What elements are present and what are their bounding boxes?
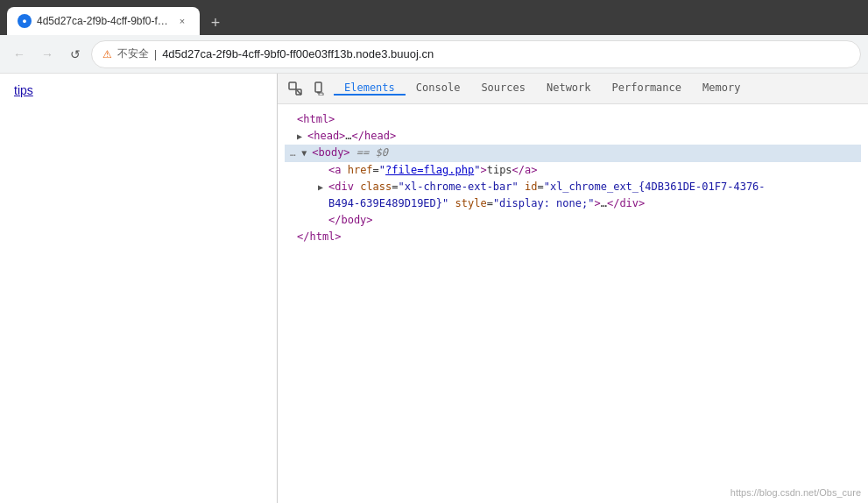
favicon-icon: ● bbox=[22, 17, 26, 25]
tab-memory-label: Memory bbox=[702, 81, 740, 94]
devtools-content: <html> <head>…</head> … <body> == $0 bbox=[278, 104, 868, 503]
dom-div-ext[interactable]: <div class="xl-chrome-ext-bar" id="xl_ch… bbox=[285, 179, 861, 195]
mobile-toggle-button[interactable] bbox=[309, 78, 330, 99]
devtools-toolbar: Elements Console Sources Network Perform… bbox=[278, 74, 868, 104]
tab-area: ● 4d5d27ca-2f9b-4cff-9bf0-ff00 × + bbox=[7, 0, 228, 35]
devtools-tabs: Elements Console Sources Network Perform… bbox=[334, 81, 861, 96]
tab-sources[interactable]: Sources bbox=[470, 81, 536, 96]
active-tab[interactable]: ● 4d5d27ca-2f9b-4cff-9bf0-ff00 × bbox=[7, 7, 200, 35]
title-bar: ● 4d5d27ca-2f9b-4cff-9bf0-ff00 × + bbox=[0, 0, 868, 35]
tab-favicon: ● bbox=[18, 14, 32, 28]
dom-tree: <html> <head>…</head> … <body> == $0 bbox=[278, 108, 868, 250]
url-display: 4d5d27ca-2f9b-4cff-9bf0-ff00e03ff13b.nod… bbox=[162, 47, 434, 60]
dom-anchor[interactable]: <a href="?file=flag.php">tips</a> bbox=[285, 162, 861, 179]
page-content: tips bbox=[0, 74, 277, 503]
dom-body-close[interactable]: </body> bbox=[285, 212, 861, 229]
tab-console[interactable]: Console bbox=[406, 81, 471, 96]
svg-rect-0 bbox=[289, 82, 296, 89]
address-bar: ← → ↺ ⚠ 不安全 | 4d5d27ca-2f9b-4cff-9bf0-ff… bbox=[0, 35, 868, 74]
tab-sources-label: Sources bbox=[481, 81, 526, 94]
devtools-panel: Elements Console Sources Network Perform… bbox=[277, 74, 868, 503]
dom-body[interactable]: … <body> == $0 bbox=[285, 145, 861, 161]
refresh-button[interactable]: ↺ bbox=[63, 42, 88, 67]
arrow-div-ext[interactable] bbox=[318, 181, 328, 195]
dom-html-open[interactable]: <html> bbox=[285, 111, 861, 128]
arrow-head[interactable] bbox=[297, 130, 307, 144]
inspector-toggle-button[interactable] bbox=[285, 78, 306, 99]
dom-div-ext-cont: B494-639E489D19ED}" style="display: none… bbox=[285, 195, 861, 212]
forward-button[interactable]: → bbox=[35, 42, 60, 67]
back-button[interactable]: ← bbox=[7, 42, 32, 67]
main-area: tips Elements bbox=[0, 74, 868, 503]
tab-console-label: Console bbox=[416, 81, 461, 94]
dom-head[interactable]: <head>…</head> bbox=[285, 128, 861, 145]
dom-html-close[interactable]: </html> bbox=[285, 229, 861, 245]
tab-performance[interactable]: Performance bbox=[602, 81, 692, 96]
security-warning-icon: ⚠ bbox=[102, 48, 112, 60]
tab-elements[interactable]: Elements bbox=[334, 81, 406, 96]
tab-memory[interactable]: Memory bbox=[692, 81, 751, 96]
tab-close-button[interactable]: × bbox=[175, 14, 189, 28]
dots-indicator: … bbox=[290, 145, 301, 161]
tab-title: 4d5d27ca-2f9b-4cff-9bf0-ff00 bbox=[37, 15, 170, 27]
watermark: https://blog.csdn.net/Obs_cure bbox=[730, 487, 861, 498]
new-tab-button[interactable]: + bbox=[203, 11, 228, 35]
tips-link[interactable]: tips bbox=[14, 83, 33, 97]
svg-rect-4 bbox=[319, 93, 323, 96]
address-omnibox[interactable]: ⚠ 不安全 | 4d5d27ca-2f9b-4cff-9bf0-ff00e03f… bbox=[91, 40, 861, 68]
url-separator: | bbox=[154, 48, 157, 60]
security-text: 不安全 bbox=[117, 46, 149, 61]
tab-performance-label: Performance bbox=[612, 81, 681, 94]
tab-network-label: Network bbox=[547, 81, 591, 94]
svg-rect-2 bbox=[315, 82, 321, 92]
tab-network[interactable]: Network bbox=[536, 81, 602, 96]
arrow-body[interactable] bbox=[301, 146, 312, 160]
tab-elements-label: Elements bbox=[344, 81, 395, 94]
